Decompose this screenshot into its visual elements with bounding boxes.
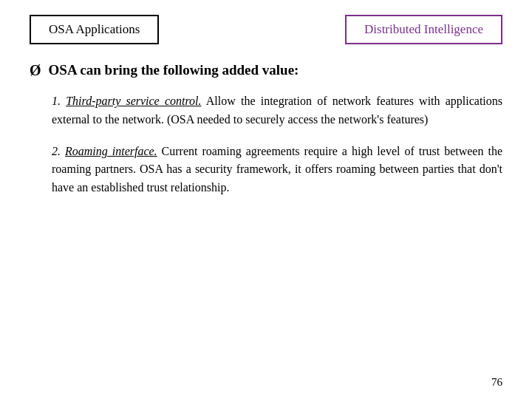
list-item-2-number: 2. — [52, 145, 65, 157]
page-number: 76 — [491, 376, 502, 389]
list-item-1-title: Third-party service control. — [66, 95, 201, 107]
list-item-1: 1. Third-party service control. Allow th… — [52, 92, 502, 129]
header-left-label: OSA Applications — [49, 22, 140, 36]
main-heading-text: OSA can bring the following added value: — [49, 62, 299, 78]
list-item-1-number: 1. — [52, 95, 66, 107]
list-item-2: 2. Roaming interface. Current roaming ag… — [52, 143, 502, 197]
header: OSA Applications Distributed Intelligenc… — [30, 15, 502, 44]
header-right-box: Distributed Intelligence — [345, 15, 502, 44]
content-area: 1. Third-party service control. Allow th… — [30, 92, 502, 197]
header-right-label: Distributed Intelligence — [364, 22, 483, 36]
slide: OSA Applications Distributed Intelligenc… — [0, 0, 532, 399]
list-item-2-title: Roaming interface. — [65, 145, 157, 157]
header-left-box: OSA Applications — [30, 15, 159, 44]
bullet-symbol: Ø — [30, 62, 41, 79]
main-heading: Ø OSA can bring the following added valu… — [30, 62, 502, 79]
